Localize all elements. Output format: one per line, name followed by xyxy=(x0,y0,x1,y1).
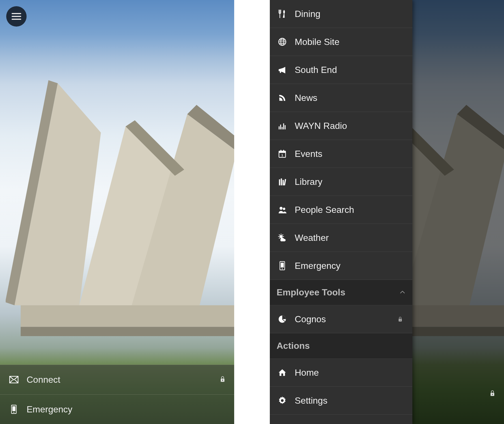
nav-item-label: Mobile Site xyxy=(295,37,406,47)
background-photo xyxy=(0,0,234,424)
section-title: Actions xyxy=(277,341,406,351)
nav-item-news[interactable]: News xyxy=(270,84,412,112)
nav-item-cognos[interactable]: Cognos xyxy=(270,305,412,333)
nav-item-wayn-radio[interactable]: WAYN Radio xyxy=(270,112,412,140)
nav-item-label: People Search xyxy=(295,205,406,215)
hamburger-menu-button[interactable] xyxy=(6,6,27,27)
chevron-up-icon xyxy=(399,287,406,298)
right-screenshot: Dining Mobile Site South End News WAYN R… xyxy=(270,0,504,424)
nav-item-label: Library xyxy=(295,177,406,187)
nav-item-label: Weather xyxy=(295,233,406,243)
nav-item-label: Settings xyxy=(295,395,406,406)
quick-action-label: Connect xyxy=(27,375,60,385)
nav-item-label: Emergency xyxy=(295,261,406,271)
lock-icon xyxy=(395,316,406,322)
home-icon xyxy=(275,368,289,377)
library-icon xyxy=(275,177,289,187)
gear-icon xyxy=(275,396,289,405)
nav-item-label: Cognos xyxy=(295,314,395,325)
dining-icon xyxy=(275,9,289,19)
nav-item-label: WAYN Radio xyxy=(295,121,406,131)
phone-icon xyxy=(275,261,289,271)
home-quick-actions: Connect Emergency xyxy=(0,365,234,424)
nav-item-label: Dining xyxy=(295,9,406,19)
nav-item-mobile-site[interactable]: Mobile Site xyxy=(270,28,412,56)
megaphone-icon xyxy=(275,65,289,75)
nav-item-label: Events xyxy=(295,149,406,159)
nav-item-label: News xyxy=(295,93,406,103)
nav-item-events[interactable]: Events xyxy=(270,140,412,168)
nav-item-south-end[interactable]: South End xyxy=(270,56,412,84)
nav-drawer: Dining Mobile Site South End News WAYN R… xyxy=(270,0,412,424)
nav-item-label: Home xyxy=(295,367,406,378)
nav-item-dining[interactable]: Dining xyxy=(270,0,412,28)
piechart-icon xyxy=(275,314,289,324)
nav-item-about[interactable]: About xyxy=(270,415,412,424)
nav-section-employee-tools[interactable]: Employee Tools xyxy=(270,280,412,305)
nav-item-people-search[interactable]: People Search xyxy=(270,196,412,224)
phone-icon xyxy=(8,404,20,414)
nav-item-library[interactable]: Library xyxy=(270,168,412,196)
nav-item-label: South End xyxy=(295,65,406,75)
nav-item-settings[interactable]: Settings xyxy=(270,387,412,415)
quick-action-emergency[interactable]: Emergency xyxy=(0,394,234,424)
equalizer-icon xyxy=(275,121,289,131)
left-screenshot: Connect Emergency xyxy=(0,0,234,424)
rss-icon xyxy=(275,93,289,103)
calendar-icon xyxy=(275,149,289,159)
hamburger-icon xyxy=(12,16,21,17)
nav-item-emergency[interactable]: Emergency xyxy=(270,252,412,280)
people-icon xyxy=(275,205,289,215)
nav-section-actions: Actions xyxy=(270,333,412,359)
weather-icon xyxy=(275,233,289,243)
quick-action-label: Emergency xyxy=(27,404,72,415)
globe-icon xyxy=(275,37,289,47)
nav-item-weather[interactable]: Weather xyxy=(270,224,412,252)
nav-item-home[interactable]: Home xyxy=(270,359,412,387)
section-title: Employee Tools xyxy=(277,287,399,298)
lock-icon xyxy=(219,375,226,385)
quick-action-connect[interactable]: Connect xyxy=(0,365,234,394)
mail-icon xyxy=(8,375,20,384)
lock-icon xyxy=(489,390,496,398)
